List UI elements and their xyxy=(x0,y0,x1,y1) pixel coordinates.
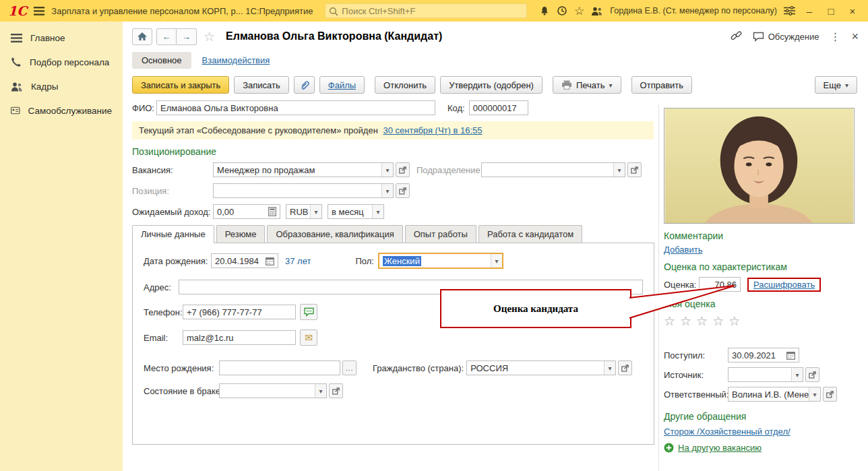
window-minimize-button[interactable]: – xyxy=(802,6,817,16)
send-button[interactable]: Отправить xyxy=(631,76,692,94)
current-user[interactable]: Гордина Е.В. (Ст. менеджер по персоналу) xyxy=(610,6,777,15)
star-icon[interactable]: ☆ xyxy=(728,314,745,328)
gender-combo[interactable]: Женский ▾ xyxy=(378,253,503,269)
dropdown-arrow-icon[interactable]: ▾ xyxy=(809,387,820,401)
home-button[interactable] xyxy=(132,28,152,45)
other-application-link[interactable]: Сторож /Хозяйственный отдел/ xyxy=(664,427,790,437)
source-open-button[interactable] xyxy=(805,367,819,382)
add-to-vacancy-link[interactable]: На другую вакансию xyxy=(678,443,762,453)
favorites-star-icon[interactable]: ☆ xyxy=(574,4,584,18)
vacancy-open-button[interactable] xyxy=(396,162,410,177)
dropdown-arrow-icon[interactable]: ▾ xyxy=(315,384,326,398)
approve-button[interactable]: Утвердить (одобрен) xyxy=(440,76,542,94)
score-input[interactable]: 70,86 xyxy=(699,277,741,292)
save-button[interactable]: Записать xyxy=(234,76,289,94)
dropdown-arrow-icon[interactable]: ▾ xyxy=(381,184,393,197)
tab-main[interactable]: Основное xyxy=(132,52,191,69)
attach-button[interactable] xyxy=(294,76,315,94)
more-menu-icon[interactable]: ⋮ xyxy=(830,30,840,43)
decrypt-score-link[interactable]: Расшифровать xyxy=(753,280,815,290)
tab-candidate-work[interactable]: Работа с кандидатом xyxy=(478,225,582,243)
add-to-vacancy-row[interactable]: На другую вакансию xyxy=(664,443,862,453)
star-icon[interactable]: ☆ xyxy=(680,314,696,328)
files-button[interactable]: Файлы xyxy=(319,76,365,94)
code-input[interactable]: 000000017 xyxy=(469,100,528,115)
department-combo[interactable]: ▾ xyxy=(481,162,625,177)
received-date-input[interactable]: 30.09.2021 xyxy=(728,348,799,363)
birthplace-input[interactable] xyxy=(219,360,340,375)
main-menu-icon[interactable] xyxy=(34,7,44,15)
period-combo[interactable]: в месяц ▾ xyxy=(328,204,384,219)
sidebar-item-hr[interactable]: Кадры xyxy=(0,74,123,98)
department-open-button[interactable] xyxy=(627,162,642,177)
birthdate-input[interactable]: 20.04.1984 xyxy=(211,253,278,268)
send-sms-button[interactable] xyxy=(300,304,317,320)
vacancy-combo[interactable]: Менеджер по продажам ▾ xyxy=(213,162,394,177)
tab-experience[interactable]: Опыт работы xyxy=(405,225,476,243)
more-button[interactable]: Еще ▾ xyxy=(815,76,857,94)
star-icon[interactable]: ☆ xyxy=(696,314,712,328)
dropdown-arrow-icon[interactable]: ▾ xyxy=(491,254,502,268)
address-input[interactable] xyxy=(179,280,643,294)
window-close-button[interactable]: × xyxy=(845,6,860,16)
position-open-button[interactable] xyxy=(396,183,410,198)
forward-button[interactable]: → xyxy=(177,28,197,45)
sidebar-item-selfservice[interactable]: Самообслуживание xyxy=(0,98,123,123)
discussion-button[interactable]: Обсуждение xyxy=(753,32,819,42)
window-maximize-button[interactable]: □ xyxy=(824,6,838,16)
dropdown-arrow-icon[interactable]: ▾ xyxy=(372,205,383,218)
sidebar-item-main[interactable]: Главное xyxy=(0,26,123,50)
dropdown-arrow-icon[interactable]: ▾ xyxy=(613,163,625,177)
users-icon[interactable] xyxy=(591,6,603,16)
favorite-star-icon[interactable]: ☆ xyxy=(204,29,215,44)
calendar-icon[interactable] xyxy=(266,257,274,265)
search-input[interactable] xyxy=(342,4,524,18)
panel-splitter[interactable] xyxy=(658,104,659,471)
income-input[interactable]: 0,00 xyxy=(213,204,280,219)
calendar-icon[interactable] xyxy=(786,351,795,360)
copy-link-icon[interactable] xyxy=(731,30,742,43)
save-close-button[interactable]: Записать и закрыть xyxy=(132,76,229,94)
dropdown-arrow-icon[interactable]: ▾ xyxy=(604,361,615,375)
back-button[interactable]: ← xyxy=(156,28,177,45)
send-email-button[interactable]: ✉ xyxy=(300,329,317,346)
marital-combo[interactable]: ▾ xyxy=(219,383,327,398)
phone-input[interactable]: +7 (966) 777-77-77 xyxy=(183,305,296,319)
settings-sliders-icon[interactable] xyxy=(784,6,795,15)
close-form-icon[interactable]: × xyxy=(851,30,859,44)
sidebar-item-recruitment[interactable]: Подбор персонала xyxy=(0,50,123,74)
candidate-form: ФИО: Елманова Ольга Викторовна Код: 0000… xyxy=(123,99,662,446)
birthplace-ellipsis-button[interactable]: ... xyxy=(342,360,356,375)
tab-education[interactable]: Образование, квалификация xyxy=(267,225,402,243)
rating-stars[interactable]: ☆☆☆☆☆ xyxy=(664,313,862,329)
source-combo[interactable]: ▾ xyxy=(728,367,803,382)
position-label: Позиция: xyxy=(132,186,213,196)
fio-input[interactable]: Елманова Ольга Викторовна xyxy=(156,100,435,115)
printer-icon xyxy=(561,80,572,90)
marital-open-button[interactable] xyxy=(329,383,343,398)
responsible-open-button[interactable] xyxy=(823,387,837,402)
stage-banner: Текущий этап «Собеседование с руководите… xyxy=(132,121,654,139)
email-input[interactable]: malz@1c.ru xyxy=(183,330,296,345)
responsible-combo[interactable]: Волина И.В. (Менедже ▾ xyxy=(728,387,821,402)
position-combo[interactable]: ▾ xyxy=(213,183,394,198)
print-button[interactable]: Печать ▾ xyxy=(553,76,621,94)
star-icon[interactable]: ☆ xyxy=(664,314,680,328)
tab-personal-data[interactable]: Личные данные xyxy=(132,225,214,243)
notifications-bell-icon[interactable] xyxy=(539,5,550,16)
dropdown-arrow-icon[interactable]: ▾ xyxy=(791,368,803,381)
history-clock-icon[interactable] xyxy=(557,5,567,16)
global-search[interactable] xyxy=(325,3,527,18)
tab-interactions[interactable]: Взаимодействия xyxy=(202,55,270,65)
currency-combo[interactable]: RUB ▾ xyxy=(286,204,322,219)
tab-resume[interactable]: Резюме xyxy=(216,225,266,243)
add-comment-link[interactable]: Добавить xyxy=(664,245,702,255)
dropdown-arrow-icon[interactable]: ▾ xyxy=(310,205,321,218)
calculator-icon[interactable] xyxy=(268,207,276,216)
citizenship-open-button[interactable] xyxy=(618,360,632,375)
stage-banner-link[interactable]: 30 сентября (Чт) в 16:55 xyxy=(383,125,482,135)
dropdown-arrow-icon[interactable]: ▾ xyxy=(381,163,393,177)
citizenship-combo[interactable]: РОССИЯ ▾ xyxy=(466,360,616,375)
star-icon[interactable]: ☆ xyxy=(712,314,728,328)
reject-button[interactable]: Отклонить xyxy=(375,76,435,94)
